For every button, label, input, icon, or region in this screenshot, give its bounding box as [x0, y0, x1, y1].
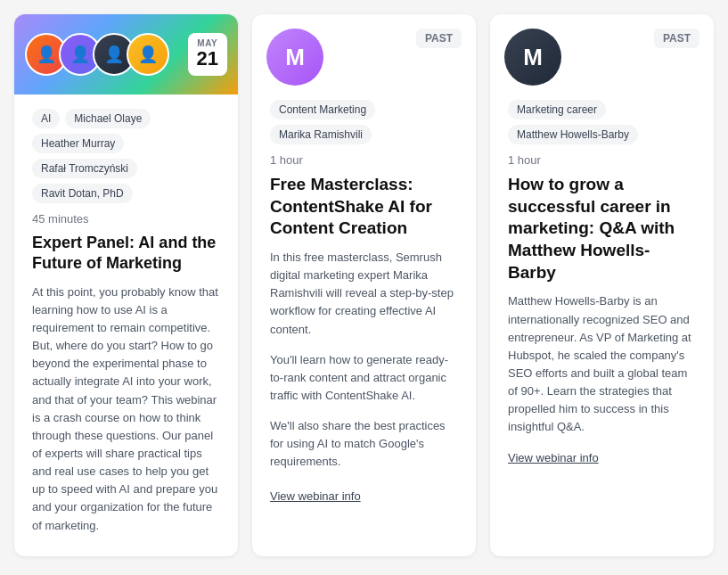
card-header: M PAST	[252, 14, 476, 86]
card-title: Free Masterclass: ContentShake AI for Co…	[270, 174, 458, 240]
view-webinar-link[interactable]: View webinar info	[508, 451, 599, 464]
card-career: M PAST Marketing career Matthew Howells-…	[490, 14, 714, 556]
tag-marika[interactable]: Marika Ramishvili	[270, 125, 372, 144]
card-description-1: In this free masterclass, Semrush digita…	[270, 249, 458, 339]
card-body: AI Michael Olaye Heather Murray Rafał Tr…	[14, 94, 238, 535]
avatars-row: 👤 👤 👤 👤	[25, 33, 169, 76]
card-description: Matthew Howells-Barby is an internationa…	[508, 292, 696, 436]
card-body: Content Marketing Marika Ramishvili 1 ho…	[252, 86, 476, 504]
card-description-3: We'll also share the best practices for …	[270, 417, 458, 471]
card-header: 👤 👤 👤 👤 MAY 21	[14, 14, 238, 94]
tags-row: AI Michael Olaye Heather Murray Rafał Tr…	[32, 109, 220, 203]
card-body: Marketing career Matthew Howells-Barby 1…	[490, 86, 714, 465]
card-description: At this point, you probably know that le…	[32, 283, 220, 535]
view-webinar-link[interactable]: View webinar info	[270, 489, 361, 503]
avatar: M	[266, 29, 323, 86]
cards-container: 👤 👤 👤 👤 MAY 21 AI Michael Olaye Heather …	[14, 14, 714, 556]
duration: 1 hour	[270, 153, 458, 167]
card-masterclass: M PAST Content Marketing Marika Ramishvi…	[252, 14, 476, 556]
tag-michael[interactable]: Michael Olaye	[65, 109, 151, 128]
tag-rafal[interactable]: Rafał Tromczyński	[32, 159, 137, 178]
card-panel: 👤 👤 👤 👤 MAY 21 AI Michael Olaye Heather …	[14, 14, 238, 556]
past-badge: PAST	[416, 29, 462, 48]
duration: 1 hour	[508, 153, 696, 167]
card-title: Expert Panel: AI and the Future of Marke…	[32, 233, 220, 275]
tag-ravit[interactable]: Ravit Dotan, PhD	[32, 184, 133, 203]
tag-ai[interactable]: AI	[32, 109, 60, 128]
avatar: 👤	[127, 33, 169, 76]
tag-content-marketing[interactable]: Content Marketing	[270, 100, 375, 119]
tags-row: Content Marketing Marika Ramishvili	[270, 100, 458, 144]
tag-matthew[interactable]: Matthew Howells-Barby	[508, 125, 638, 144]
date-day: 21	[197, 48, 218, 70]
tag-heather[interactable]: Heather Murray	[32, 134, 124, 153]
card-header: M PAST	[490, 14, 714, 86]
tag-marketing-career[interactable]: Marketing career	[508, 100, 606, 119]
past-badge: PAST	[654, 29, 699, 48]
duration: 45 minutes	[32, 212, 220, 226]
card-description-2: You'll learn how to generate ready-to-ra…	[270, 351, 458, 405]
card-title: How to grow a successful career in marke…	[508, 174, 696, 283]
date-badge: MAY 21	[188, 33, 227, 75]
avatar: M	[504, 29, 561, 86]
tags-row: Marketing career Matthew Howells-Barby	[508, 100, 696, 144]
